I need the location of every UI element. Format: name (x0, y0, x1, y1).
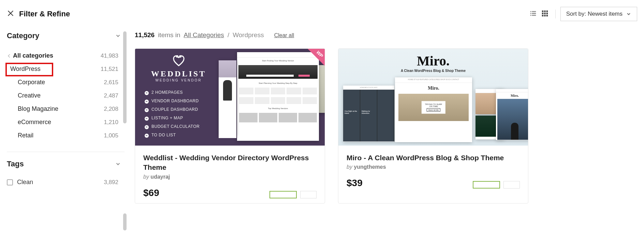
category-creative[interactable]: Creative 2,487 (7, 89, 125, 102)
item-author[interactable]: yungthemes (354, 164, 386, 170)
category-count: 11,521 (101, 66, 118, 73)
grid-view-icon[interactable] (541, 10, 548, 18)
feature-item: LISTING + MAP (145, 114, 213, 122)
preview-features: 2 HOMEPAGES VENDOR DASHBOARD COUPLE DASH… (145, 88, 213, 139)
results-count: 11,526 (135, 31, 155, 39)
preview-button[interactable] (473, 181, 500, 189)
svg-rect-2 (530, 11, 531, 12)
category-all[interactable]: All categories 41,983 (7, 49, 125, 62)
mockup-window: HOME ABOUT BLOG SHOP One Night at the Is… (343, 86, 394, 142)
category-label: Corporate (18, 79, 45, 86)
preview-button[interactable] (269, 191, 297, 198)
cart-button[interactable] (300, 191, 317, 198)
svg-rect-16 (546, 15, 548, 17)
breadcrumb-separator: / (228, 31, 229, 39)
svg-rect-14 (542, 15, 543, 17)
sort-dropdown[interactable]: Sort by: Newest items (560, 7, 637, 21)
sort-label: Sort by: Newest items (566, 11, 623, 17)
results-grid: WEDDLIST WEDDING VENDOR 2 HOMEPAGES VEND… (135, 48, 637, 204)
item-preview[interactable]: Miro. A Clean WordPress Blog & Shop Them… (338, 49, 528, 146)
close-icon[interactable] (7, 10, 14, 18)
chevron-left-icon (7, 54, 12, 58)
category-wordpress[interactable]: WordPress 11,521 (7, 62, 125, 76)
category-count: 41,983 (101, 52, 118, 59)
category-facet-header[interactable]: Category (7, 31, 125, 40)
mockup-heading: Start Planning Your Wedding Step By Step (237, 80, 319, 86)
tags-facet-header[interactable]: Tags (7, 160, 125, 168)
results-in-text: items in (158, 31, 180, 39)
mockup-window: HOME STYLE FEATURES CATEGORIES SHOP DOCS… (395, 77, 472, 142)
list-view-icon[interactable] (529, 10, 537, 18)
category-count: 1,210 (104, 119, 118, 126)
category-heading: Category (7, 31, 39, 40)
svg-rect-6 (530, 15, 531, 16)
item-title[interactable]: Miro - A Clean WordPress Blog & Shop The… (347, 153, 520, 163)
category-retail[interactable]: Retail 1,005 (7, 129, 125, 142)
feature-item: BUDGET CALCULATOR (145, 122, 213, 131)
category-label: Blog Magazine (18, 105, 58, 112)
chevron-down-icon (115, 33, 121, 39)
category-list: All categories 41,983 WordPress 11,521 C… (7, 49, 125, 142)
tag-clean[interactable]: Clean 3,892 (7, 177, 125, 187)
mockup-window (219, 60, 236, 135)
scrollbar-thumb[interactable] (123, 213, 127, 230)
heart-logo-icon (145, 55, 213, 67)
item-card: Miro. A Clean WordPress Blog & Shop Them… (338, 48, 528, 204)
svg-rect-13 (546, 13, 548, 14)
item-author[interactable]: udayraj (150, 174, 170, 180)
category-count: 2,615 (104, 79, 118, 86)
svg-rect-4 (530, 13, 531, 14)
item-byline: by udayraj (143, 174, 317, 180)
svg-point-18 (179, 56, 181, 57)
svg-rect-8 (542, 11, 543, 12)
svg-rect-10 (546, 11, 548, 12)
mockup-heading: Top Wedding Vendors (237, 105, 319, 111)
svg-rect-9 (544, 11, 546, 12)
divider (7, 152, 125, 152)
cart-button[interactable] (503, 181, 520, 189)
svg-rect-11 (542, 13, 543, 14)
preview-brand: WEDDLIST (145, 69, 213, 78)
svg-rect-15 (544, 15, 546, 17)
svg-point-17 (176, 56, 178, 57)
checkbox[interactable] (7, 179, 13, 185)
filter-refine-title: Filter & Refine (19, 10, 70, 18)
chevron-down-icon (626, 11, 631, 17)
category-count: 2,208 (104, 106, 118, 112)
breadcrumb-current: Wordpress (233, 31, 264, 39)
results-header: 11,526 items in All Categories / Wordpre… (135, 31, 637, 39)
feature-item: COUPLE DASHBOARD (145, 105, 213, 114)
tag-label: Clean (17, 179, 33, 186)
mockup-heading: Start Finding Your Wedding Vendor (237, 58, 319, 64)
clear-all-link[interactable]: Clear all (274, 32, 294, 39)
mockup-window: Miro. (496, 89, 528, 140)
breadcrumb-root[interactable]: All Categories (184, 31, 224, 39)
category-label: eCommerce (18, 119, 51, 126)
item-card: WEDDLIST WEDDING VENDOR 2 HOMEPAGES VEND… (135, 48, 325, 204)
category-count: 2,487 (104, 92, 118, 99)
wp-badge: WP (308, 49, 325, 66)
tags-list: Clean 3,892 (7, 177, 125, 187)
item-byline: by yungthemes (347, 164, 520, 170)
svg-rect-7 (532, 15, 536, 16)
preview-subbrand: A Clean WordPress Blog & Shop Theme (401, 69, 466, 73)
item-price: $39 (347, 178, 363, 189)
category-blog-magazine[interactable]: Blog Magazine 2,208 (7, 102, 125, 116)
category-label: Retail (18, 132, 33, 139)
tag-count: 3,892 (104, 179, 118, 186)
preview-brand: Miro. (417, 53, 450, 69)
category-label: Creative (18, 92, 41, 99)
category-count: 1,005 (104, 132, 118, 139)
category-label: WordPress (10, 65, 41, 73)
category-label: All categories (13, 52, 53, 59)
category-ecommerce[interactable]: eCommerce 1,210 (7, 116, 125, 129)
item-preview[interactable]: WEDDLIST WEDDING VENDOR 2 HOMEPAGES VEND… (135, 49, 325, 146)
feature-item: TO DO LIST (145, 131, 213, 139)
svg-rect-3 (532, 11, 536, 12)
svg-rect-5 (532, 13, 536, 14)
category-corporate[interactable]: Corporate 2,615 (7, 76, 125, 89)
feature-item: 2 HOMEPAGES (145, 88, 213, 97)
item-title[interactable]: Weddlist - Wedding Vendor Directory Word… (143, 153, 317, 172)
feature-item: VENDOR DASHBOARD (145, 97, 213, 105)
mockup-window: Start Finding Your Wedding Vendor Start … (237, 52, 319, 141)
